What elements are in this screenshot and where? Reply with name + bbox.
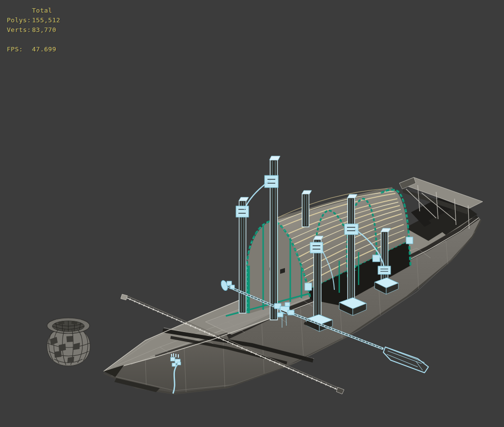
stats-polys-label: Polys: (7, 16, 32, 25)
stats-header-spacer (7, 6, 32, 16)
stats-fps-row: FPS: 47.699 (7, 45, 60, 54)
stats-polys-value: 155,512 (32, 16, 60, 25)
spare-oar-tip (121, 294, 127, 300)
oar-handle (220, 280, 235, 292)
stats-header-row: Total (7, 6, 60, 16)
spare-oar-end (336, 387, 344, 394)
mast-collar (310, 242, 323, 253)
stats-fps-value: 47.699 (32, 45, 60, 54)
stats-header: Total (32, 6, 60, 16)
oar-blade (383, 347, 428, 373)
stats-verts-value: 83,770 (32, 25, 60, 35)
viewport-3d[interactable]: Total Polys: 155,512 Verts: 83,770 FPS: … (0, 0, 504, 427)
stats-fps-label: FPS: (7, 45, 32, 54)
clay-pot[interactable] (47, 318, 90, 366)
stats-verts-label: Verts: (7, 25, 32, 35)
statistics-overlay: Total Polys: 155,512 Verts: 83,770 FPS: … (7, 6, 60, 54)
stats-polys-row: Polys: 155,512 (7, 16, 60, 25)
stats-spacer (7, 35, 60, 45)
stats-verts-row: Verts: 83,770 (7, 25, 60, 35)
mast-collar (345, 224, 358, 235)
mast-collar (236, 206, 249, 217)
scene-canvas[interactable] (0, 0, 504, 427)
mast-collar (265, 175, 278, 188)
